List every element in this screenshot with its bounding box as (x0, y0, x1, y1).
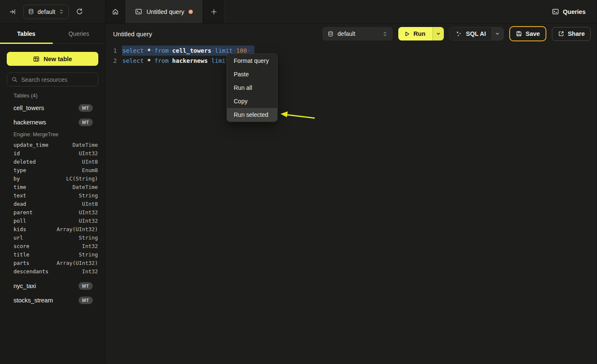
column-row[interactable]: pollUInt32 (0, 216, 105, 225)
column-row[interactable]: deletedUInt8 (0, 157, 105, 166)
engine-badge: MT (78, 297, 93, 304)
context-menu-item[interactable]: Run selected (227, 108, 277, 121)
column-row[interactable]: titleString (0, 250, 105, 259)
whitespace: · (169, 47, 172, 54)
terminal-icon (135, 8, 142, 15)
sidebar-tab-queries[interactable]: Queries (53, 24, 105, 43)
column-type: Enum8 (82, 167, 98, 173)
table-row[interactable]: stocks_streamMT (0, 293, 105, 307)
new-table-button[interactable]: New table (7, 52, 98, 66)
whitespace: · (232, 47, 236, 54)
table-row[interactable]: cell_towersMT (0, 101, 105, 115)
toolbar-controls: default Run (322, 26, 591, 41)
share-button[interactable]: Share (552, 27, 591, 41)
column-row[interactable]: typeEnum8 (0, 166, 105, 174)
tables-section-title: Tables (4) (14, 92, 105, 100)
search-input[interactable] (21, 76, 97, 83)
column-name: url (14, 235, 23, 241)
database-selector[interactable]: default (322, 27, 393, 40)
column-name: dead (14, 201, 26, 207)
column-name: poll (14, 218, 26, 224)
column-name: by (14, 175, 20, 182)
column-row[interactable]: idUInt32 (0, 149, 105, 157)
database-selector[interactable]: default (23, 5, 69, 19)
column-type: UInt32 (79, 150, 98, 156)
table-name: cell_towers (14, 105, 44, 111)
database-icon (327, 31, 334, 37)
active-tab-underline (0, 43, 53, 44)
column-row[interactable]: kidsArray(UInt32) (0, 225, 105, 233)
line-number: 2 (105, 56, 122, 66)
code-line[interactable]: 2select * from hackernews limit (105, 56, 597, 66)
code-line[interactable]: 1select·*·from·cell_towers·limit·100· (105, 46, 597, 56)
unsaved-changes-dot (189, 10, 193, 14)
table-list: cell_towersMThackernewsMTEngine: MergeTr… (0, 101, 105, 364)
column-name: parts (14, 260, 30, 266)
sql-ai-button[interactable]: SQL AI (450, 27, 492, 40)
context-menu-item[interactable]: Format query (227, 54, 277, 67)
context-menu-item[interactable]: Run all (227, 81, 277, 94)
sql-editor[interactable]: 1select·*·from·cell_towers·limit·100·2se… (105, 44, 597, 364)
column-type: UInt8 (82, 159, 98, 165)
refresh-button[interactable] (74, 6, 85, 17)
refresh-icon (76, 8, 83, 15)
plus-icon (211, 8, 217, 15)
table-row[interactable]: nyc_taxiMT (0, 279, 105, 293)
run-options-button[interactable] (432, 27, 444, 40)
context-menu-item[interactable]: Paste (227, 67, 277, 81)
sidebar-tab-tables[interactable]: Tables (0, 24, 53, 43)
column-name: deleted (14, 159, 36, 165)
column-row[interactable]: textString (0, 191, 105, 200)
column-type: Array(UInt32) (57, 260, 98, 266)
run-button[interactable]: Run (398, 27, 432, 40)
column-name: id (14, 150, 20, 156)
table-row[interactable]: hackernewsMT (0, 115, 105, 129)
code-token: from (154, 47, 169, 54)
chevron-down-icon (436, 31, 441, 36)
column-row[interactable]: update_timeDateTime (0, 140, 105, 149)
context-menu-item[interactable]: Copy (227, 94, 277, 108)
home-icon (112, 8, 119, 15)
code-lines: 1select·*·from·cell_towers·limit·100·2se… (105, 46, 597, 66)
sidebar: Tables Queries New table Tables (4) cell… (0, 24, 105, 364)
column-row[interactable]: parentUInt32 (0, 208, 105, 216)
app-body: Tables Queries New table Tables (4) cell… (0, 24, 597, 364)
share-button-label: Share (568, 30, 585, 37)
whitespace (151, 57, 154, 64)
database-selector-value: default (338, 30, 378, 37)
code-token: cell_towers (172, 47, 211, 54)
search-box (7, 73, 98, 86)
whitespace (208, 57, 211, 64)
code-token: limit (215, 47, 232, 54)
query-toolbar: Untitled query default (105, 24, 597, 44)
column-name: score (14, 243, 30, 249)
save-button[interactable]: Save (509, 26, 546, 41)
sql-ai-options-button[interactable] (492, 27, 503, 40)
column-name: type (14, 167, 26, 173)
column-type: Array(UInt32) (57, 226, 98, 232)
code-text: select * from hackernews limit (122, 56, 229, 66)
sidebar-collapse-button[interactable] (8, 7, 18, 17)
column-type: DateTime (73, 184, 98, 190)
column-name: time (14, 184, 26, 190)
column-row[interactable]: descendantsInt32 (0, 267, 105, 275)
column-type: UInt32 (79, 218, 98, 224)
new-table-button-label: New table (43, 56, 72, 62)
whitespace: · (247, 47, 250, 54)
column-list: update_timeDateTimeidUInt32deletedUInt8t… (0, 140, 105, 275)
column-row[interactable]: byLC(String) (0, 174, 105, 183)
column-row[interactable]: urlString (0, 233, 105, 242)
top-bar-spacer (225, 0, 552, 23)
column-row[interactable]: partsArray(UInt32) (0, 259, 105, 267)
queries-button[interactable]: Queries (552, 8, 586, 15)
main-panel: Untitled query default (105, 24, 597, 364)
new-tab-button[interactable] (203, 0, 225, 23)
tab-untitled-query[interactable]: Untitled query (125, 0, 203, 23)
column-row[interactable]: deadUInt8 (0, 200, 105, 208)
column-row[interactable]: timeDateTime (0, 183, 105, 191)
column-row[interactable]: scoreInt32 (0, 242, 105, 250)
home-tab[interactable] (105, 0, 125, 23)
code-token: from (154, 57, 169, 64)
column-name: descendants (14, 268, 49, 275)
run-button-label: Run (413, 30, 425, 37)
